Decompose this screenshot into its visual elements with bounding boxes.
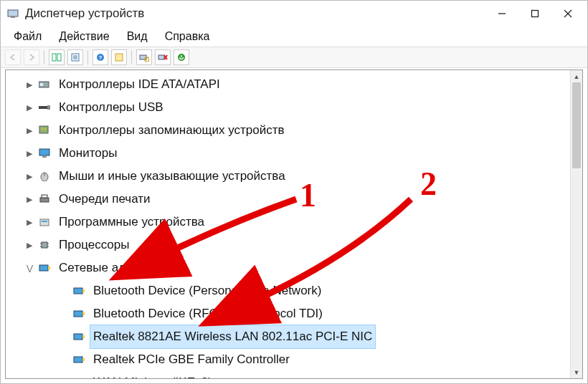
svg-rect-28 [39,149,49,155]
expand-icon[interactable]: ▶ [23,97,36,118]
toolbar: ? [1,47,587,68]
svg-rect-0 [8,10,18,16]
maximize-button[interactable] [518,2,551,25]
printer-icon [37,192,52,206]
network-adapter-icon [72,375,86,378]
mouse-icon [37,169,52,183]
properties-button[interactable] [67,49,83,65]
network-device-item[interactable]: ▶ Bluetooth Device (Personal Area Networ… [20,279,581,302]
menu-help[interactable]: Справка [156,29,219,44]
collapse-icon[interactable]: ⋁ [23,257,36,279]
svg-rect-34 [40,219,49,226]
close-button[interactable] [551,2,584,25]
svg-point-26 [42,128,43,130]
category-network-adapters[interactable]: ⋁ Сетевые адаптеры [20,256,581,279]
usb-controller-icon [37,100,52,115]
minimize-button[interactable] [485,2,518,25]
category-label: Мониторы [56,142,120,165]
titlebar: Диспетчер устройств [1,1,587,27]
window-title: Диспетчер устройств [25,6,485,21]
category-label: Программные устройства [56,211,207,234]
svg-rect-36 [42,242,47,248]
category-print-queues[interactable]: ▶ Очереди печати [20,188,581,211]
scroll-up-button[interactable]: ▲ [571,70,582,82]
scroll-down-button[interactable]: ▼ [571,366,582,378]
category-storage[interactable]: ▶ Контроллеры запоминающих устройств [20,119,581,142]
toolbar-separator [87,50,88,64]
network-device-item-selected[interactable]: ▶ Realtek 8821AE Wireless LAN 802.11ac P… [20,325,581,348]
category-label: Контроллеры IDE ATA/ATAPI [56,73,223,96]
svg-rect-48 [82,335,85,338]
forward-button [24,49,39,65]
storage-controller-icon [37,123,52,138]
scroll-thumb[interactable] [572,82,581,168]
svg-rect-14 [115,54,123,61]
network-device-item[interactable]: ▶ Realtek PCIe GBE Family Controller [20,348,581,371]
device-manager-window: Диспетчер устройств Файл Действие Вид Сп… [0,0,588,384]
svg-rect-44 [82,289,85,292]
app-icon [6,7,19,20]
expand-icon[interactable]: ▶ [23,188,36,210]
category-mice[interactable]: ▶ Мыши и иные указывающие устройства [20,165,581,188]
category-processors[interactable]: ▶ Процессоры [20,234,581,256]
svg-point-27 [44,128,46,130]
svg-rect-23 [39,106,47,109]
svg-rect-41 [39,265,48,271]
action-button[interactable] [111,49,127,65]
expand-icon[interactable]: ▶ [23,120,36,141]
network-device-item[interactable]: ▶ WAN Miniport (IKEv2) [20,371,581,378]
svg-rect-43 [74,288,82,294]
toolbar-separator [44,50,44,64]
menu-view[interactable]: Вид [118,29,156,44]
device-label: Bluetooth Device (Personal Area Network) [90,279,324,302]
category-usb[interactable]: ▶ Контроллеры USB [20,96,581,119]
uninstall-button[interactable] [155,49,171,65]
expand-icon[interactable]: ▶ [23,211,36,233]
svg-rect-29 [42,156,47,158]
category-ide-ata[interactable]: ▶ Контроллеры IDE ATA/ATAPI [20,73,581,96]
svg-rect-32 [40,198,49,202]
expand-icon[interactable]: ▶ [23,74,36,95]
svg-rect-45 [74,311,82,317]
category-label: Процессоры [56,234,132,256]
window-controls [485,2,584,25]
device-label: Realtek 8821AE Wireless LAN 802.11ac PCI… [90,325,375,348]
software-device-icon [37,215,52,229]
back-button [5,49,21,65]
category-software-devices[interactable]: ▶ Программные устройства [20,211,581,234]
menu-file[interactable]: Файл [5,29,50,44]
expand-icon[interactable]: ▶ [23,234,36,256]
menubar: Файл Действие Вид Справка [1,27,587,47]
category-monitors[interactable]: ▶ Мониторы [20,142,581,165]
category-label: Контроллеры запоминающих устройств [56,119,287,142]
svg-rect-46 [82,312,85,315]
processor-icon [37,238,52,252]
device-label: Realtek PCIe GBE Family Controller [90,348,293,371]
toolbar-separator [131,50,132,64]
network-adapter-icon [37,261,52,275]
expand-icon[interactable]: ▶ [23,143,36,164]
device-tree[interactable]: ▶ Контроллеры IDE ATA/ATAPI ▶ Контроллер… [6,70,582,378]
menu-action[interactable]: Действие [50,29,118,44]
tree-container: ▶ Контроллеры IDE ATA/ATAPI ▶ Контроллер… [5,69,583,379]
svg-text:?: ? [99,54,103,61]
network-adapter-icon [72,352,86,367]
scan-button[interactable] [136,49,152,65]
svg-rect-1 [11,16,15,18]
category-label: Сетевые адаптеры [56,256,169,279]
svg-rect-17 [158,55,164,59]
svg-rect-22 [40,83,43,86]
ide-controller-icon [37,77,52,92]
category-label: Мыши и иные указывающие устройства [56,165,288,188]
help-button[interactable]: ? [93,49,108,65]
show-hidden-button[interactable] [49,49,65,65]
svg-rect-35 [42,221,47,222]
svg-rect-25 [39,126,48,133]
svg-rect-33 [42,195,47,198]
device-label: WAN Miniport (IKEv2) [90,371,215,378]
expand-icon[interactable]: ▶ [23,165,36,187]
network-adapter-icon [72,284,86,298]
enable-button[interactable] [174,49,189,65]
vertical-scrollbar[interactable]: ▲ ▼ [570,70,582,378]
network-device-item[interactable]: ▶ Bluetooth Device (RFCOMM Protocol TDI) [20,302,581,325]
